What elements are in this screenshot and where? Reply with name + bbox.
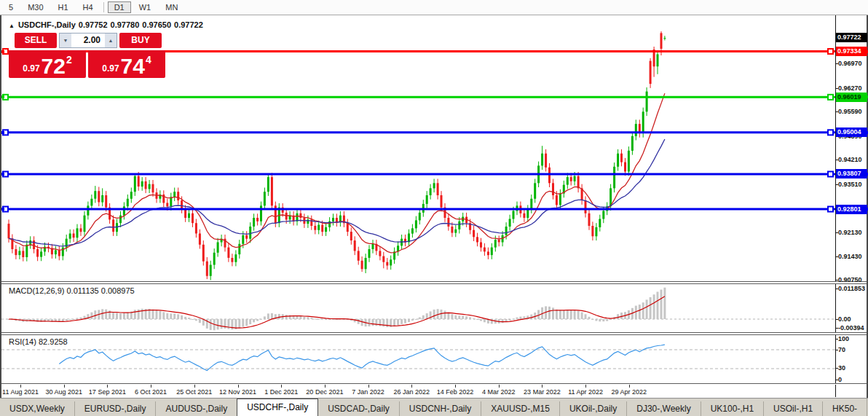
- rsi-label: RSI(14) 82.9258: [9, 337, 68, 346]
- macd-pane[interactable]: MACD(12,26,9) 0.011135 0.008975: [1, 284, 835, 332]
- main-chart[interactable]: ▲USDCHF-,Daily0.977520.977800.976500.977…: [1, 15, 835, 281]
- time-tick: [585, 385, 586, 388]
- chart-tab-hk50-[interactable]: HK50-: [822, 401, 867, 416]
- sell-button[interactable]: SELL: [15, 33, 57, 48]
- chart-tab-dj30-weekly[interactable]: DJ30-,Weekly: [626, 401, 700, 416]
- macd-axis: 0.0118530.00-0.00394: [835, 284, 867, 332]
- price-tick-label: 0.96970: [838, 60, 862, 68]
- price-tick-label: 0.93510: [838, 181, 862, 189]
- chart-tab-usdx-weekly[interactable]: USDX,Weekly: [0, 401, 74, 416]
- timeframe-button-mn[interactable]: MN: [159, 1, 184, 13]
- chart-tab-eurusd-daily[interactable]: EURUSD-,Daily: [74, 401, 156, 416]
- ohlc-open: 0.97752: [79, 20, 108, 29]
- trading-terminal-window: 5M30H1H4D1W1MN ▲USDCHF-,Daily0.977520.97…: [0, 0, 868, 416]
- time-tick: [411, 385, 412, 388]
- toolbar-separator: [103, 2, 104, 12]
- price-tick-label: 0.91430: [838, 253, 862, 261]
- chart-collapse-icon[interactable]: ▲: [9, 23, 15, 29]
- time-tick-label: 4 Mar 2022: [482, 388, 516, 396]
- chart-tab-ukoil-daily[interactable]: UKOil-,Daily: [559, 401, 626, 416]
- buy-quote-button[interactable]: 0.97744: [88, 50, 165, 78]
- sell-price-prefix: 0.97: [23, 63, 39, 74]
- price-level-badge: 0.96019: [836, 93, 867, 102]
- chart-tab-xauusd-m15[interactable]: XAUUSD-,M15: [481, 401, 559, 416]
- time-tick: [455, 385, 456, 388]
- time-axis-corner: [835, 385, 867, 397]
- timeframe-button-h1[interactable]: H1: [52, 1, 75, 13]
- price-tick-label: 0.96270: [838, 85, 862, 93]
- chart-tab-usoil-h1[interactable]: USOil-,H1: [763, 401, 822, 416]
- price-level-badge: 0.95004: [836, 127, 867, 137]
- time-tick: [629, 385, 630, 388]
- rsi-axis: 10070300: [835, 335, 867, 383]
- time-tick-label: 11 Aug 2021: [2, 388, 39, 396]
- time-tick-label: 6 Oct 2021: [135, 388, 167, 396]
- chart-tab-usdcad-daily[interactable]: USDCAD-,Daily: [318, 401, 399, 416]
- hline-frame-marker: [865, 173, 868, 176]
- ohlc-low: 0.97650: [142, 20, 171, 29]
- chart-tab-usdchf-daily[interactable]: USDCHF-,Daily: [237, 399, 318, 416]
- volume-increase-icon[interactable]: ▲: [105, 34, 117, 47]
- buy-button[interactable]: BUY: [119, 33, 162, 48]
- sell-quote-button[interactable]: 0.97722: [9, 50, 86, 78]
- time-tick-label: 12 Nov 2021: [219, 388, 256, 396]
- timeframe-button-5[interactable]: 5: [2, 1, 20, 13]
- hline-frame-marker: [865, 131, 868, 134]
- rsi-tick-label: 0: [838, 376, 842, 384]
- rsi-value: 82.9258: [39, 337, 68, 346]
- chart-tab-uk100-h1[interactable]: UK100-,H1: [701, 401, 763, 416]
- time-tick: [194, 385, 195, 388]
- hline-frame-marker: [1, 50, 4, 53]
- timeframe-button-d1[interactable]: D1: [108, 1, 131, 13]
- buy-price-sup: 4: [146, 54, 151, 66]
- price-level-badge: 0.93807: [836, 169, 867, 178]
- hline-frame-marker: [865, 208, 868, 211]
- hline-frame-marker: [1, 173, 4, 176]
- volume-input[interactable]: 2.00: [71, 34, 105, 47]
- price-tick-label: 0.95590: [838, 108, 862, 116]
- time-tick-label: 1 Dec 2021: [264, 388, 298, 396]
- time-axis[interactable]: 11 Aug 202130 Aug 202117 Sep 20216 Oct 2…: [1, 385, 835, 397]
- rsi-pane[interactable]: RSI(14) 82.9258: [1, 335, 835, 383]
- rsi-tick-label: 100: [838, 335, 849, 343]
- rsi-tick-label: 30: [838, 364, 845, 372]
- hline-frame-marker: [865, 95, 868, 98]
- chart-tab-audusd-daily[interactable]: AUDUSD-,Daily: [155, 401, 237, 416]
- hline-frame-marker: [1, 208, 4, 211]
- volume-decrease-icon[interactable]: ▼: [60, 34, 71, 47]
- ohlc-high: 0.97780: [111, 20, 140, 29]
- time-tick-label: 7 Jan 2022: [352, 388, 384, 396]
- macd-name: MACD(12,26,9): [9, 286, 64, 295]
- price-axis[interactable]: 0.969700.962700.955900.948900.942100.935…: [835, 15, 867, 281]
- time-tick-label: 30 Aug 2021: [45, 388, 82, 396]
- sell-price-sup: 2: [66, 54, 72, 66]
- time-tick: [20, 385, 21, 388]
- time-tick-label: 17 Sep 2021: [89, 388, 126, 396]
- price-tick-label: 0.92130: [838, 229, 862, 237]
- timeframe-button-w1[interactable]: W1: [133, 1, 158, 13]
- rsi-tick-label: 70: [838, 346, 845, 354]
- one-click-trading-panel: SELL ▼ 2.00 ▲ BUY 0.97722 0.977: [9, 33, 167, 78]
- time-tick: [499, 385, 500, 388]
- time-tick: [281, 385, 282, 388]
- time-tick: [325, 385, 326, 388]
- volume-stepper: ▼ 2.00 ▲: [59, 33, 117, 48]
- time-tick: [107, 385, 108, 388]
- rsi-name: RSI(14): [9, 337, 36, 346]
- time-tick-label: 25 Oct 2021: [176, 388, 212, 396]
- timeframe-button-m30[interactable]: M30: [21, 1, 50, 13]
- chart-tab-bar: USDX,WeeklyEURUSD-,DailyAUDUSD-,DailyUSD…: [0, 398, 868, 416]
- timeframe-button-h4[interactable]: H4: [76, 1, 100, 13]
- macd-tick-label: 0.00: [838, 315, 851, 323]
- time-tick-label: 29 Apr 2022: [612, 388, 647, 396]
- hline-frame-marker: [1, 131, 4, 134]
- time-tick-label: 14 Feb 2022: [437, 388, 474, 396]
- chart-window: ▲USDCHF-,Daily0.977520.977800.976500.977…: [0, 15, 868, 398]
- chart-tab-usdcnh-daily[interactable]: USDCNH-,Daily: [399, 401, 481, 416]
- time-tick: [64, 385, 65, 388]
- price-level-badge: 0.92801: [836, 205, 867, 214]
- time-tick-label: 23 Mar 2022: [524, 388, 561, 396]
- buy-price-prefix: 0.97: [102, 63, 119, 74]
- price-tick-label: 0.94210: [838, 156, 862, 164]
- macd-tick-label: -0.00394: [838, 324, 864, 332]
